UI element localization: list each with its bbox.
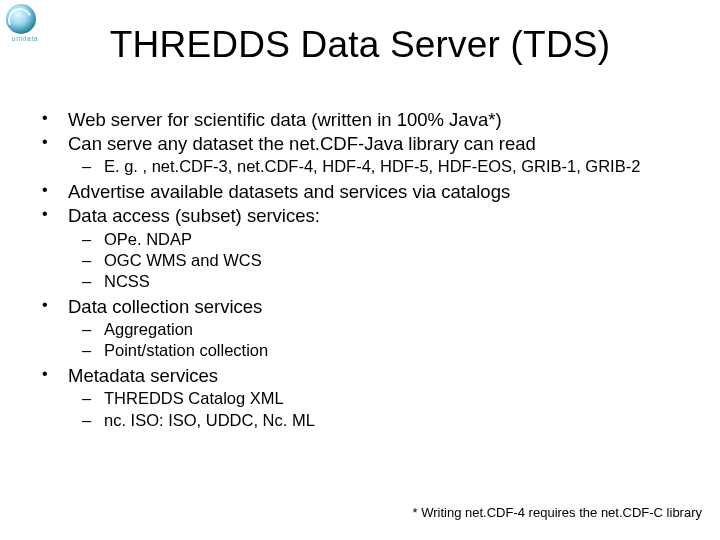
- bullet-web-server: Web server for scientific data (written …: [34, 108, 700, 131]
- subbullet-opendap: OPe. NDAP: [68, 229, 700, 250]
- bullet-can-serve: Can serve any dataset the net.CDF-Java l…: [34, 132, 700, 177]
- footnote: * Writing net.CDF-4 requires the net.CDF…: [413, 505, 702, 520]
- slide-body: Web server for scientific data (written …: [34, 108, 700, 431]
- logo-brand-text: unidata: [6, 35, 44, 42]
- globe-icon: [6, 4, 36, 34]
- subbullet-aggregation: Aggregation: [68, 319, 700, 340]
- bullet-data-access: Data access (subset) services: OPe. NDAP…: [34, 204, 700, 291]
- bullet-text: Data access (subset) services:: [68, 205, 320, 226]
- subbullet-ogc: OGC WMS and WCS: [68, 250, 700, 271]
- bullet-advertise: Advertise available datasets and service…: [34, 180, 700, 203]
- subbullet-formats: E. g. , net.CDF-3, net.CDF-4, HDF-4, HDF…: [68, 156, 700, 177]
- bullet-text: Can serve any dataset the net.CDF-Java l…: [68, 133, 536, 154]
- bullet-text: Data collection services: [68, 296, 262, 317]
- bullet-data-collection: Data collection services Aggregation Poi…: [34, 295, 700, 361]
- bullet-metadata: Metadata services THREDDS Catalog XML nc…: [34, 364, 700, 430]
- bullet-text: Metadata services: [68, 365, 218, 386]
- subbullet-ncss: NCSS: [68, 271, 700, 292]
- subbullet-point-station: Point/station collection: [68, 340, 700, 361]
- subbullet-nciso: nc. ISO: ISO, UDDC, Nc. ML: [68, 410, 700, 431]
- slide-title: THREDDS Data Server (TDS): [0, 24, 720, 66]
- subbullet-catalog-xml: THREDDS Catalog XML: [68, 388, 700, 409]
- unidata-logo: unidata: [6, 4, 44, 42]
